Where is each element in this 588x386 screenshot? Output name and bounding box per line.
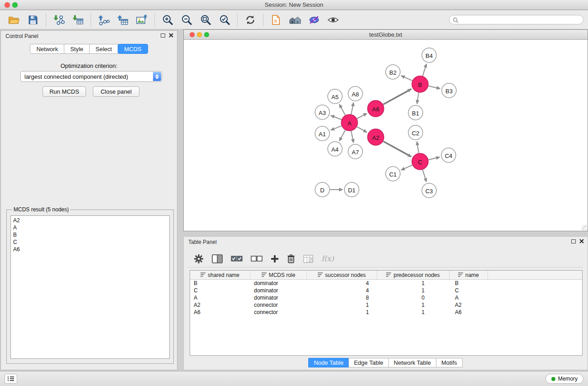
graph-node-D1[interactable]: D1	[344, 182, 359, 197]
export-image-button[interactable]	[132, 12, 151, 28]
graph-node-C3[interactable]: C3	[422, 183, 436, 198]
table-cell[interactable]: 8	[307, 294, 377, 301]
network-canvas[interactable]: AA6A2BCA5A8A3A1A4A7B1B2B3B4C1C2C3C4DD1	[184, 40, 588, 231]
show-columns-button[interactable]	[212, 254, 223, 263]
mcds-result-item[interactable]: C	[13, 238, 167, 246]
column-header-name[interactable]: name	[449, 271, 488, 279]
close-panel-icon[interactable]	[579, 239, 584, 243]
graph-edge-A-A3[interactable]	[331, 115, 342, 119]
mcds-result-item[interactable]: A6	[13, 246, 167, 253]
table-cell[interactable]: connector	[250, 301, 307, 309]
table-cell[interactable]: A2	[190, 301, 250, 309]
graph-node-A8[interactable]: A8	[348, 86, 363, 101]
graph-node-A2[interactable]: A2	[368, 129, 384, 145]
create-column-button[interactable]	[271, 255, 279, 263]
zoom-in-button[interactable]	[158, 12, 177, 28]
graph-edge-C-C3[interactable]	[423, 170, 426, 182]
memory-button[interactable]: Memory	[545, 374, 583, 384]
mcds-result-item[interactable]: A2	[13, 217, 167, 224]
graph-node-A6[interactable]: A6	[368, 100, 384, 117]
table-cell[interactable]: connector	[250, 309, 307, 316]
tab-network[interactable]: Network	[30, 44, 64, 54]
table-row[interactable]: A2connector11A2	[190, 301, 582, 309]
graph-edge-A-A5[interactable]	[339, 105, 345, 115]
graph-node-A7[interactable]: A7	[348, 144, 363, 159]
graph-edge-A-A1[interactable]	[331, 126, 342, 130]
table-cell[interactable]: 1	[377, 309, 449, 316]
table-cell[interactable]: A	[449, 294, 488, 301]
search-input[interactable]	[449, 15, 583, 24]
graph-node-A3[interactable]: A3	[315, 105, 330, 119]
tab-motifs[interactable]: Motifs	[436, 358, 463, 367]
close-panel-icon[interactable]	[169, 33, 173, 38]
table-cell[interactable]: A6	[190, 309, 250, 316]
graph-node-C4[interactable]: C4	[441, 148, 456, 162]
table-cell[interactable]: 4	[307, 287, 377, 294]
window-zoom-button[interactable]	[12, 2, 18, 8]
window-close-button[interactable]	[5, 2, 10, 8]
criterion-dropdown[interactable]: largest connected component (directed)	[20, 71, 162, 82]
zoom-fit-button[interactable]	[196, 12, 215, 28]
column-header-successor-nodes[interactable]: successor nodes	[307, 271, 377, 279]
graph-edge-A6-B[interactable]	[383, 89, 411, 105]
table-cell[interactable]: C	[449, 287, 488, 294]
graph-edge-A2-C[interactable]	[383, 141, 411, 157]
column-header-predecessor-nodes[interactable]: predecessor nodes	[377, 271, 449, 279]
function-builder-button[interactable]: f(x)	[321, 254, 334, 263]
network-window-minimize-button[interactable]	[197, 32, 202, 37]
table-cell[interactable]: A6	[449, 309, 488, 316]
table-row[interactable]: Bdominator41B	[190, 280, 582, 287]
houses-button[interactable]	[286, 12, 305, 28]
table-cell[interactable]: C	[190, 287, 250, 294]
table-row[interactable]: Cdominator41C	[190, 287, 582, 294]
graph-edge-C-C1[interactable]	[401, 165, 412, 170]
graph-node-C2[interactable]: C2	[408, 125, 423, 140]
graph-node-D[interactable]: D	[315, 182, 330, 197]
mcds-result-item[interactable]: B	[13, 231, 167, 238]
tab-style[interactable]: Style	[64, 44, 90, 54]
run-mcds-button[interactable]: Run MCDS	[43, 86, 86, 97]
export-network-button[interactable]	[94, 12, 113, 28]
table-cell[interactable]: dominator	[250, 294, 307, 301]
tab-edge-table[interactable]: Edge Table	[349, 358, 389, 367]
document-button[interactable]	[267, 12, 286, 28]
table-cell[interactable]: dominator	[250, 287, 307, 294]
save-session-button[interactable]	[24, 12, 43, 28]
table-cell[interactable]: dominator	[250, 280, 307, 287]
network-window-close-button[interactable]	[190, 32, 195, 37]
import-table-button[interactable]	[68, 12, 87, 28]
table-settings-button[interactable]	[194, 254, 204, 264]
graph-edge-B-B1[interactable]	[417, 93, 419, 104]
eye-slash-button[interactable]	[305, 12, 324, 28]
column-header-MCDS-role[interactable]: MCDS role	[250, 271, 307, 279]
mcds-result-list[interactable]: A2ABCA6	[10, 215, 170, 359]
refresh-button[interactable]	[241, 12, 260, 28]
graph-node-A5[interactable]: A5	[328, 89, 342, 104]
tab-network-table[interactable]: Network Table	[388, 358, 436, 367]
status-menu-button[interactable]	[5, 374, 17, 384]
tab-select[interactable]: Select	[89, 44, 118, 54]
graph-node-B4[interactable]: B4	[422, 48, 436, 62]
graph-edge-A-A2[interactable]	[357, 127, 367, 132]
graph-node-B[interactable]: B	[412, 76, 428, 92]
eye-button[interactable]	[324, 12, 343, 28]
delete-column-button[interactable]	[287, 254, 295, 263]
tab-node-table[interactable]: Node Table	[308, 358, 349, 367]
table-cell[interactable]: 1	[377, 287, 449, 294]
table-cell[interactable]: 1	[377, 301, 449, 309]
table-row[interactable]: A6connector11A6	[190, 309, 582, 316]
tab-mcds[interactable]: MCDS	[118, 44, 148, 54]
table-cell[interactable]: 1	[307, 309, 377, 316]
network-graph[interactable]: AA6A2BCA5A8A3A1A4A7B1B2B3B4C1C2C3C4DD1	[184, 40, 588, 231]
close-panel-button[interactable]: Close panel	[93, 86, 139, 97]
table-row[interactable]: Adominator80A	[190, 294, 582, 301]
graph-node-B1[interactable]: B1	[408, 105, 423, 120]
table-cell[interactable]: B	[449, 280, 488, 287]
graph-node-C[interactable]: C	[412, 153, 428, 170]
table-cell[interactable]: 1	[307, 301, 377, 309]
graph-edge-B-B4[interactable]	[423, 64, 426, 76]
network-window-zoom-button[interactable]	[204, 32, 209, 37]
graph-edge-A-A8[interactable]	[351, 103, 354, 114]
mcds-result-item[interactable]: A	[13, 224, 167, 231]
resize-grip[interactable]	[582, 225, 588, 231]
